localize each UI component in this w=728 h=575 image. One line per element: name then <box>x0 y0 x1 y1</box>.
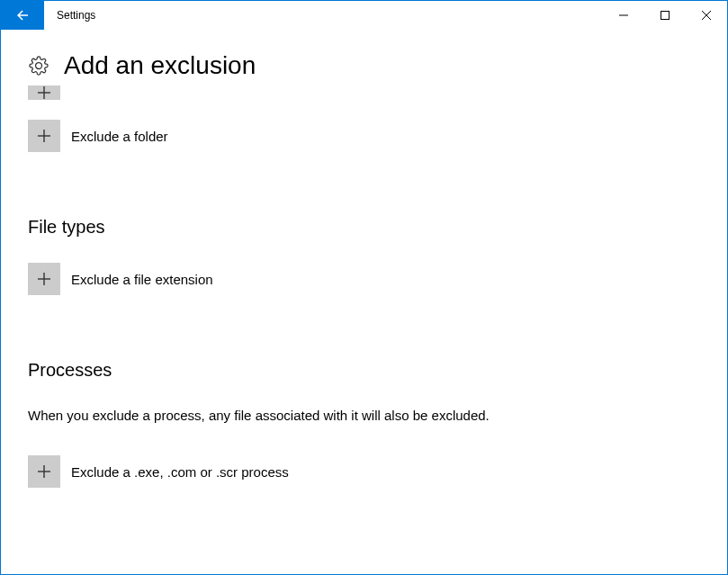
exclude-extension-row: Exclude a file extension <box>28 263 700 295</box>
exclude-partial-row <box>28 85 700 100</box>
exclude-folder-label: Exclude a folder <box>71 129 168 144</box>
processes-section: Processes When you exclude a process, an… <box>28 360 700 488</box>
page-header: Add an exclusion <box>28 51 700 80</box>
minimize-icon <box>619 11 628 20</box>
minimize-button[interactable] <box>603 1 644 30</box>
exclude-extension-label: Exclude a file extension <box>71 272 213 287</box>
add-button-partial[interactable] <box>28 85 60 100</box>
svg-rect-1 <box>661 12 670 20</box>
exclude-process-label: Exclude a .exe, .com or .scr process <box>71 464 289 480</box>
processes-description: When you exclude a process, any file ass… <box>28 406 496 425</box>
app-title: Settings <box>44 1 603 30</box>
gear-icon <box>28 55 49 76</box>
close-icon <box>702 11 711 20</box>
plus-icon <box>37 129 51 143</box>
file-types-title: File types <box>28 217 700 238</box>
add-folder-button[interactable] <box>28 120 60 152</box>
exclude-process-row: Exclude a .exe, .com or .scr process <box>28 455 700 488</box>
exclude-folder-row: Exclude a folder <box>28 120 700 152</box>
plus-icon <box>37 272 51 286</box>
back-button[interactable] <box>1 1 44 30</box>
add-process-button[interactable] <box>28 455 60 488</box>
close-button[interactable] <box>686 1 727 30</box>
maximize-button[interactable] <box>644 1 686 30</box>
file-types-section: File types Exclude a file extension <box>28 217 700 295</box>
processes-title: Processes <box>28 360 700 381</box>
plus-icon <box>37 85 51 100</box>
page-title: Add an exclusion <box>64 51 256 80</box>
content-area: Add an exclusion Exclude a folder File t… <box>1 51 727 488</box>
maximize-icon <box>661 11 670 20</box>
titlebar: Settings <box>1 1 727 30</box>
plus-icon <box>37 464 51 479</box>
window-controls <box>603 1 727 30</box>
arrow-left-icon <box>14 7 31 23</box>
add-extension-button[interactable] <box>28 263 60 295</box>
